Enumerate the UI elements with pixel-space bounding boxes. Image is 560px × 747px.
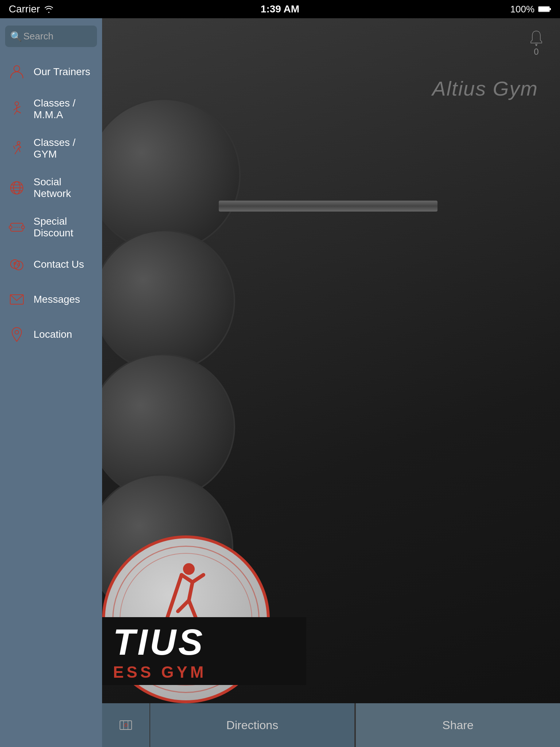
- messages-label: Messages: [34, 294, 80, 305]
- search-icon: 🔍: [10, 31, 22, 42]
- svg-point-17: [9, 226, 12, 229]
- share-button[interactable]: Share: [356, 703, 560, 747]
- mail-icon: [7, 290, 26, 309]
- svg-rect-16: [11, 223, 23, 231]
- directions-button[interactable]: Directions: [150, 703, 354, 747]
- bottom-bar: Directions Share: [102, 703, 560, 747]
- gym-title: Altius Gym: [432, 77, 538, 100]
- svg-point-10: [17, 142, 20, 144]
- svg-point-4: [15, 102, 19, 105]
- search-wrapper[interactable]: 🔍: [5, 26, 97, 47]
- app-container: 🔍 Our Trainers: [0, 18, 560, 747]
- our-trainers-label: Our Trainers: [34, 66, 90, 78]
- classes-mma-label: Classes / M.M.A: [34, 97, 95, 121]
- svg-rect-2: [539, 7, 549, 11]
- battery-icon: [538, 5, 551, 13]
- map-icon: [118, 718, 133, 732]
- weight-plate-2: [102, 230, 235, 372]
- social-network-label: Social Network: [34, 176, 95, 200]
- svg-line-8: [17, 111, 21, 113]
- status-right: 100%: [510, 4, 552, 15]
- gym-icon: [7, 139, 26, 158]
- svg-point-31: [124, 724, 127, 727]
- mma-icon: [7, 100, 26, 119]
- main-content: Altius Gym 0: [102, 18, 560, 747]
- svg-point-25: [15, 330, 19, 334]
- svg-line-7: [14, 111, 17, 115]
- globe-icon: [7, 178, 26, 197]
- notification-area: 0: [527, 29, 545, 57]
- logo-area: TIUS ESS GYM: [102, 521, 306, 703]
- wifi-icon: [44, 5, 54, 13]
- sidebar-item-messages[interactable]: Messages: [0, 282, 102, 317]
- battery-label: 100%: [510, 4, 535, 15]
- sidebar-item-contact-us[interactable]: Contact Us: [0, 247, 102, 282]
- sidebar-item-classes-mma[interactable]: Classes / M.M.A: [0, 89, 102, 129]
- notification-icon[interactable]: [527, 29, 545, 47]
- notification-count: 0: [527, 47, 545, 57]
- weight-plate-1: [102, 98, 241, 252]
- sidebar-item-classes-gym[interactable]: Classes / GYM: [0, 129, 102, 168]
- ticket-icon: [7, 218, 26, 237]
- carrier-label: Carrier: [9, 3, 40, 15]
- chat-icon: [7, 255, 26, 274]
- svg-point-18: [22, 226, 24, 229]
- svg-rect-30: [120, 721, 132, 729]
- sidebar: 🔍 Our Trainers: [0, 18, 102, 747]
- logo-sub-text: ESS GYM: [113, 663, 295, 681]
- contact-us-label: Contact Us: [34, 259, 84, 270]
- sidebar-item-location[interactable]: Location: [0, 317, 102, 352]
- person-icon: [7, 62, 26, 81]
- special-discount-label: Special Discount: [34, 216, 95, 239]
- svg-line-9: [17, 107, 20, 108]
- pin-icon: [7, 325, 26, 344]
- status-bar: Carrier 1:39 AM 100%: [0, 0, 560, 18]
- logo-main-text: TIUS: [113, 624, 295, 660]
- location-label: Location: [34, 329, 72, 340]
- time-label: 1:39 AM: [261, 3, 299, 15]
- svg-rect-1: [549, 8, 551, 10]
- bottom-left-panel: [102, 703, 149, 747]
- barbell-bar: [219, 201, 438, 212]
- sidebar-item-special-discount[interactable]: Special Discount: [0, 208, 102, 247]
- status-left: Carrier: [9, 3, 54, 15]
- logo-sub-band: ESS GYM: [102, 659, 306, 685]
- sidebar-item-social-network[interactable]: Social Network: [0, 168, 102, 208]
- svg-point-28: [536, 44, 537, 46]
- classes-gym-label: Classes / GYM: [34, 137, 95, 160]
- sidebar-item-our-trainers[interactable]: Our Trainers: [0, 54, 102, 89]
- svg-point-3: [14, 66, 20, 71]
- svg-line-6: [13, 108, 17, 110]
